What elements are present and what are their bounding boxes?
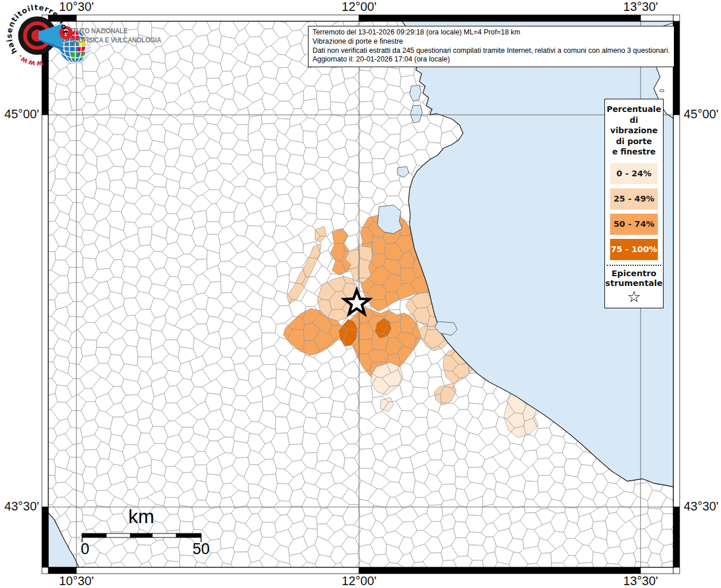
earthquake-info-line: Vibrazione di porte e finestre — [313, 37, 670, 47]
frame-segment — [359, 15, 641, 21]
legend-epicenter-line: Epicentro — [605, 269, 663, 278]
scalebar-unit: km — [113, 505, 170, 528]
scalebar-end: 50 — [190, 540, 213, 558]
earthquake-info-line: Terremoto del 13-01-2026 09:29:18 (ora l… — [313, 28, 670, 37]
ingv-wordmark-line2: DI GEOFISICA E VULCANOLOGIA — [61, 36, 161, 45]
graticule-label-left-lower: 43°30' — [0, 500, 39, 514]
legend-title-line: di vibrazione — [605, 115, 663, 136]
scalebar-segment — [152, 533, 176, 537]
scalebar-segment — [106, 533, 130, 537]
earthquake-info-line: Aggiornato il: 20-01-2026 17:04 (ora loc… — [313, 55, 670, 64]
legend-epicenter-label: Epicentro strumentale — [605, 269, 663, 288]
frame-corner — [673, 567, 680, 574]
legend-epicenter-line: strumentale — [605, 278, 663, 288]
frame-segment — [42, 115, 48, 507]
island — [660, 90, 664, 92]
legend-class-50-74: 50 - 74% — [610, 214, 658, 235]
legend-title-line: Percentuale — [605, 104, 663, 115]
frame-segment — [641, 567, 673, 574]
frame-segment — [42, 507, 48, 567]
frame-segment — [641, 15, 673, 21]
epicenter-star-icon: ☆ — [605, 288, 663, 305]
frame-segment — [48, 567, 76, 574]
graticule-label-bottom-right: 13°30' — [615, 574, 666, 588]
graticule-label-top-center: 12°00' — [333, 0, 385, 14]
frame-corner — [673, 15, 680, 21]
frame-segment — [76, 15, 359, 21]
graticule-label-bottom-center: 12°00' — [333, 574, 385, 588]
ingv-wordmark-line1: ISTITUTO NAZIONALE — [61, 26, 161, 36]
frame-segment — [673, 115, 680, 507]
scalebar-segment — [176, 533, 201, 537]
legend-class-0-24: 0 - 24% — [610, 163, 658, 184]
graticule-label-top-right: 13°30' — [615, 0, 666, 14]
ingv-logo: ISTITUTO NAZIONALE DI GEOFISICA E VULCAN… — [56, 26, 183, 45]
scalebar-segment — [130, 533, 152, 537]
legend-title-line: e finestre — [605, 146, 663, 157]
graticule-label-right-lower: 43°30' — [684, 500, 721, 514]
logo-text-www: www. — [15, 53, 44, 68]
graticule-label-right-upper: 45°00' — [684, 107, 721, 122]
lagoon — [377, 205, 402, 234]
haisentitoilterremoto-logo: ? www. haisentitoilterremoto .it — [0, 0, 75, 72]
graticule-label-left-upper: 45°00' — [0, 107, 39, 122]
earthquake-info-box: Terremoto del 13-01-2026 09:29:18 (ora l… — [308, 26, 674, 67]
municipality-intensity-region — [330, 229, 351, 275]
legend-panel: Percentuale di vibrazione di porte e fin… — [604, 99, 664, 308]
frame-segment — [76, 567, 359, 574]
earthquake-info-line: Dati non verificati estratti da 245 ques… — [313, 47, 670, 56]
legend-class-25-49: 25 - 49% — [610, 188, 658, 210]
scalebar-start: 0 — [75, 540, 95, 558]
legend-divider — [607, 265, 661, 266]
frame-segment — [673, 507, 680, 567]
legend-title: Percentuale di vibrazione di porte e fin… — [605, 104, 663, 157]
frame-corner — [42, 567, 48, 574]
legend-class-75-100: 75 - 100% — [610, 239, 658, 260]
legend-title-line: di porte — [605, 136, 663, 147]
ingv-wordmark: ISTITUTO NAZIONALE DI GEOFISICA E VULCAN… — [61, 26, 161, 45]
frame-segment — [359, 567, 641, 574]
graticule-label-bottom-left: 10°30' — [51, 574, 102, 588]
scalebar-segment — [82, 533, 106, 537]
haisentitoilterremoto-map-page: 10°30' 12°00' 13°30' 10°30' 12°00' 13°30… — [0, 0, 721, 588]
